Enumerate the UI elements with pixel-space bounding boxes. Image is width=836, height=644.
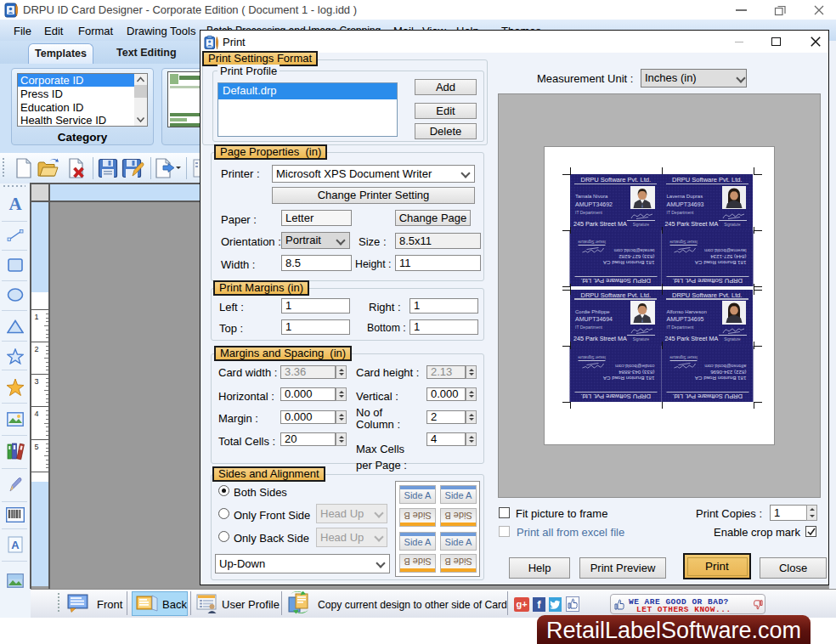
svg-text:A: A: [11, 539, 20, 551]
